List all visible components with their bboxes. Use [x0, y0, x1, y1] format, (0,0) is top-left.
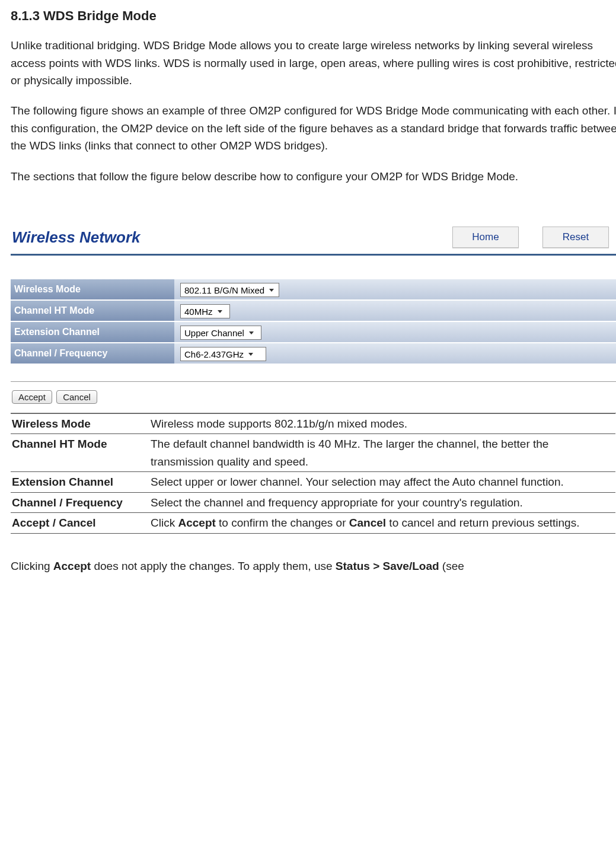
text-fragment: Click — [151, 517, 178, 529]
accept-button[interactable]: Accept — [12, 390, 52, 404]
desc-label: Wireless Mode — [11, 413, 149, 433]
paragraph: The sections that follow the figure belo… — [11, 168, 616, 185]
label-wireless-mode: Wireless Mode — [11, 279, 174, 300]
text-fragment: Clicking — [11, 560, 53, 572]
table-row: Channel HT Mode The default channel band… — [11, 434, 615, 472]
select-extension-channel[interactable]: Upper Channel — [180, 326, 261, 340]
cancel-button[interactable]: Cancel — [56, 390, 97, 404]
desc-label: Channel / Frequency — [11, 492, 149, 512]
select-value: 40MHz — [184, 305, 216, 318]
home-button[interactable]: Home — [452, 227, 519, 248]
note-paragraph: Clicking Accept does not apply the chang… — [11, 557, 616, 575]
bold-accept: Accept — [53, 560, 91, 572]
table-row: Accept / Cancel Click Accept to confirm … — [11, 513, 615, 533]
row-extension-channel: Extension Channel Upper Channel — [11, 321, 616, 343]
select-wireless-mode[interactable]: 802.11 B/G/N Mixed — [180, 283, 279, 297]
row-wireless-mode: Wireless Mode 802.11 B/G/N Mixed — [11, 279, 616, 300]
chevron-down-icon — [269, 289, 274, 292]
figure-header: Wireless Network Home Reset — [11, 221, 616, 256]
desc-text: The default channel bandwidth is 40 MHz.… — [149, 434, 615, 472]
desc-label: Channel HT Mode — [11, 434, 149, 472]
text-fragment: (see — [439, 560, 464, 572]
label-extension-channel: Extension Channel — [11, 321, 174, 343]
desc-text: Click Accept to confirm the changes or C… — [149, 513, 615, 533]
description-table: Wireless Mode Wireless mode supports 802… — [11, 413, 615, 534]
divider — [11, 381, 616, 382]
paragraph: The following figure shows an example of… — [11, 102, 616, 154]
reset-button[interactable]: Reset — [542, 227, 609, 248]
select-value: Ch6-2.437GHz — [184, 347, 247, 361]
select-channel-frequency[interactable]: Ch6-2.437GHz — [180, 347, 266, 361]
chevron-down-icon — [218, 310, 222, 313]
settings-table: Wireless Mode 802.11 B/G/N Mixed Channel… — [11, 279, 616, 365]
select-value: 802.11 B/G/N Mixed — [184, 283, 268, 297]
row-channel-frequency: Channel / Frequency Ch6-2.437GHz — [11, 343, 616, 364]
bottom-buttons: Accept Cancel — [12, 388, 616, 405]
desc-label: Accept / Cancel — [11, 513, 149, 533]
bold-status-saveload: Status > Save/Load — [336, 560, 439, 572]
section-heading: 8.1.3 WDS Bridge Mode — [11, 6, 616, 26]
desc-label: Extension Channel — [11, 472, 149, 492]
bold-accept: Accept — [178, 517, 215, 529]
paragraph: Unlike traditional bridging. WDS Bridge … — [11, 37, 616, 89]
desc-text: Wireless mode supports 802.11b/g/n mixed… — [149, 413, 615, 433]
table-row: Wireless Mode Wireless mode supports 802… — [11, 413, 615, 433]
label-channel-ht-mode: Channel HT Mode — [11, 300, 174, 321]
text-fragment: to confirm the changes or — [216, 517, 349, 529]
chevron-down-icon — [248, 353, 253, 356]
select-value: Upper Channel — [184, 326, 248, 340]
text-fragment: does not apply the changes. To apply the… — [91, 560, 336, 572]
row-channel-ht-mode: Channel HT Mode 40MHz — [11, 300, 616, 321]
desc-text: Select upper or lower channel. Your sele… — [149, 472, 615, 492]
text-fragment: to cancel and return previous settings. — [386, 517, 579, 529]
figure-title: Wireless Network — [12, 221, 141, 254]
wireless-network-figure: Wireless Network Home Reset Wireless Mod… — [11, 221, 616, 413]
chevron-down-icon — [249, 331, 254, 334]
top-buttons: Home Reset — [452, 227, 616, 248]
table-row: Channel / Frequency Select the channel a… — [11, 492, 615, 512]
label-channel-frequency: Channel / Frequency — [11, 343, 174, 364]
table-row: Extension Channel Select upper or lower … — [11, 472, 615, 492]
desc-text: Select the channel and frequency appropr… — [149, 492, 615, 512]
select-channel-ht-mode[interactable]: 40MHz — [180, 304, 230, 318]
bold-cancel: Cancel — [349, 517, 386, 529]
